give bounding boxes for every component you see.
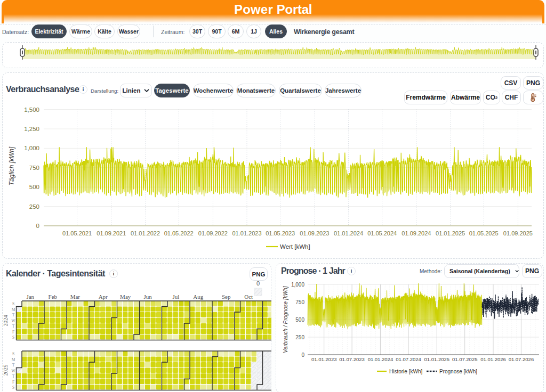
svg-text:S: S <box>12 301 14 306</box>
svg-text:M: M <box>12 307 15 312</box>
svg-text:750: 750 <box>295 299 304 305</box>
svg-text:Oct: Oct <box>244 293 253 300</box>
svg-text:01.01.2022: 01.01.2022 <box>131 230 160 236</box>
svg-text:1,000: 1,000 <box>24 145 39 151</box>
svg-text:Mar: Mar <box>70 293 81 300</box>
svg-text:250: 250 <box>295 334 304 340</box>
svg-text:01.01.2024: 01.01.2024 <box>334 230 363 236</box>
svg-text:01.09.2025: 01.09.2025 <box>503 230 533 236</box>
svg-text:Verbrauch / Prognose [kWh]: Verbrauch / Prognose [kWh] <box>283 286 288 353</box>
svg-text:500: 500 <box>29 184 39 190</box>
svg-text:F: F <box>12 380 14 385</box>
svg-text:01.01.2023: 01.01.2023 <box>232 230 261 236</box>
svg-text:2024: 2024 <box>3 315 9 326</box>
svg-text:750: 750 <box>29 165 39 171</box>
svg-text:Jun: Jun <box>144 293 152 300</box>
svg-text:01.07.2024: 01.07.2024 <box>396 356 421 362</box>
svg-text:Historie [kWh]: Historie [kWh] <box>389 369 422 374</box>
svg-text:01.05.2022: 01.05.2022 <box>164 230 194 236</box>
svg-text:Wert [kWh]: Wert [kWh] <box>280 243 310 250</box>
svg-text:S: S <box>12 385 14 390</box>
svg-text:0: 0 <box>36 223 39 229</box>
svg-text:W: W <box>11 369 15 373</box>
svg-text:01.01.2024: 01.01.2024 <box>368 356 394 362</box>
svg-text:01.09.2024: 01.09.2024 <box>402 230 431 236</box>
svg-text:01.07.2026: 01.07.2026 <box>509 356 534 362</box>
svg-text:01.05.2025: 01.05.2025 <box>469 230 499 236</box>
svg-text:Feb: Feb <box>49 293 58 300</box>
svg-text:0: 0 <box>256 280 260 287</box>
svg-text:Aug: Aug <box>193 293 203 300</box>
svg-text:Sep: Sep <box>222 293 231 300</box>
svg-text:T: T <box>12 363 15 368</box>
svg-text:Jan: Jan <box>26 293 34 300</box>
svg-text:M: M <box>12 357 15 362</box>
svg-text:01.07.2023: 01.07.2023 <box>339 356 365 362</box>
svg-text:Prognose [kWh]: Prognose [kWh] <box>439 369 477 374</box>
svg-text:1,500: 1,500 <box>24 107 39 113</box>
svg-text:01.01.2025: 01.01.2025 <box>424 356 450 362</box>
svg-text:1,000: 1,000 <box>291 282 304 288</box>
svg-text:01.09.2023: 01.09.2023 <box>300 230 329 236</box>
svg-text:01.09.2022: 01.09.2022 <box>198 230 228 236</box>
svg-text:01.09.2021: 01.09.2021 <box>97 230 126 236</box>
svg-text:01.05.2024: 01.05.2024 <box>367 230 397 236</box>
svg-text:Jul: Jul <box>172 293 179 300</box>
svg-text:Täglich [kWh]: Täglich [kWh] <box>8 146 15 185</box>
svg-text:May: May <box>120 293 131 300</box>
svg-text:01.05.2021: 01.05.2021 <box>62 230 92 236</box>
svg-text:S: S <box>12 335 14 340</box>
svg-text:T: T <box>12 374 15 379</box>
svg-text:01.01.2023: 01.01.2023 <box>311 356 337 362</box>
svg-text:0: 0 <box>301 352 304 358</box>
svg-text:W: W <box>11 318 15 323</box>
svg-text:01.05.2023: 01.05.2023 <box>266 230 295 236</box>
svg-text:01.01.2025: 01.01.2025 <box>436 230 465 236</box>
svg-text:T: T <box>12 324 15 329</box>
svg-text:01.01.2026: 01.01.2026 <box>480 356 506 362</box>
svg-text:F: F <box>12 330 14 334</box>
svg-text:1,250: 1,250 <box>24 126 39 132</box>
svg-text:500: 500 <box>295 317 304 323</box>
svg-text:S: S <box>12 352 14 356</box>
svg-text:T: T <box>12 313 15 317</box>
svg-text:2025: 2025 <box>3 365 9 376</box>
svg-text:Apr: Apr <box>99 293 108 300</box>
svg-text:01.07.2025: 01.07.2025 <box>452 356 478 362</box>
svg-text:250: 250 <box>29 203 39 210</box>
